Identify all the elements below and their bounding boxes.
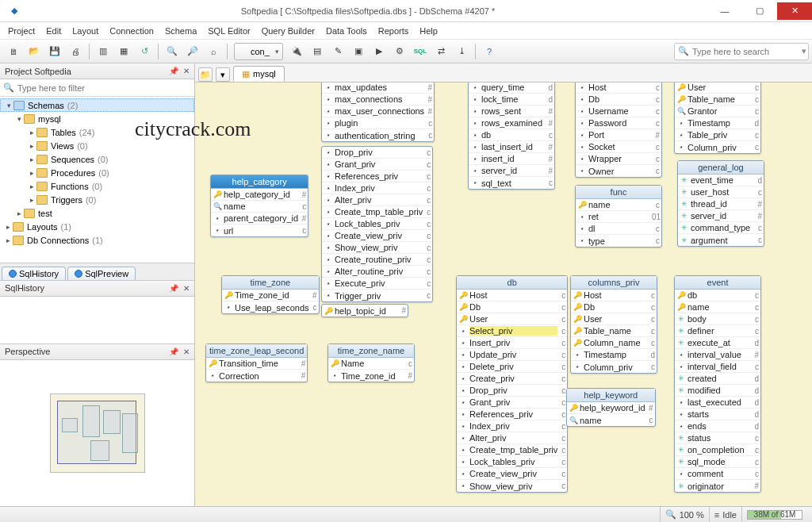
menu-connection[interactable]: Connection <box>109 26 154 36</box>
menu-reports[interactable]: Reports <box>378 26 409 36</box>
table-column[interactable]: ﹡ Grant_priv c <box>322 159 432 171</box>
table-column[interactable]: ﹡ Wrapper c <box>576 153 661 165</box>
table-column[interactable]: ﹡ Index_priv c <box>457 420 567 432</box>
table-column[interactable]: 🔑 Table_name c <box>571 325 657 337</box>
table-column[interactable]: ﹡ sql_text c <box>469 177 554 189</box>
table-column[interactable]: ﹡ Db c <box>576 94 661 106</box>
table-column[interactable]: 🔑 Table_name c <box>675 94 760 106</box>
table-column[interactable]: 🔑 Name c <box>328 358 414 370</box>
tree-item-sequences[interactable]: ▸ Sequences (0) <box>0 152 194 166</box>
tree-item-db-connections[interactable]: ▸ Db Connections (1) <box>0 233 194 247</box>
table-column[interactable]: ﹡ Timestamp d <box>675 117 760 129</box>
tree-filter-input[interactable] <box>17 83 191 93</box>
minimap[interactable] <box>50 393 145 473</box>
edit-icon[interactable]: ✎ <box>328 43 347 60</box>
table-header[interactable]: columns_priv <box>571 276 657 290</box>
table-column[interactable]: ﹡ Socket c <box>576 141 661 153</box>
table-column[interactable]: ﹡ Show_view_priv c <box>457 480 567 492</box>
table-partial_privs[interactable]: ﹡ Drop_priv c ﹡ Grant_priv c ﹡ Reference… <box>321 146 433 302</box>
table-column[interactable]: ﹡ authentication_string c <box>322 129 434 141</box>
table-column[interactable]: ﹡ Password c <box>576 117 661 129</box>
table-column[interactable]: ✳ modified d <box>675 385 760 397</box>
table-column[interactable]: ﹡ Execute_priv c <box>322 278 432 290</box>
table-column[interactable]: ✳ server_id # <box>678 210 764 222</box>
menu-help[interactable]: Help <box>419 26 438 36</box>
table-column[interactable]: ✳ status c <box>675 432 760 444</box>
table-time_zone_name[interactable]: time_zone_name 🔑 Name c ﹡ Time_zone_id # <box>327 344 415 382</box>
table-column[interactable]: ﹡ server_id # <box>469 165 554 177</box>
table-column[interactable]: ﹡ comment c <box>675 468 760 480</box>
tree-item-tables[interactable]: ▸ Tables (24) <box>0 125 194 139</box>
connection-combo[interactable]: con_ <box>234 43 283 60</box>
tab-mysql[interactable]: ▦ mysql <box>233 66 285 82</box>
table-column[interactable]: 🔍 name c <box>211 201 308 213</box>
table-partial_top4[interactable]: 🔑 User c 🔑 Table_name c 🔍 Grantor c ﹡ Ti… <box>674 83 761 154</box>
query-icon[interactable]: ⚙ <box>390 43 409 60</box>
export-icon[interactable]: ⤓ <box>452 43 471 60</box>
table-column[interactable]: ﹡ Create_priv c <box>457 373 567 385</box>
table-header[interactable]: help_keyword <box>567 389 655 402</box>
tab-sqlhistory[interactable]: SqlHistory <box>2 267 66 280</box>
script-icon[interactable]: ▣ <box>349 43 368 60</box>
run-icon[interactable]: ▶ <box>370 43 389 60</box>
table-column[interactable]: ﹡ starts d <box>675 409 760 420</box>
project-tree[interactable]: ▾ Schemas (2)▾ mysql ▸ Tables (24)▸ View… <box>0 97 194 263</box>
table-columns_priv[interactable]: columns_priv 🔑 Host c 🔑 Db c 🔑 User c 🔑 … <box>570 275 657 374</box>
panel-close-icon[interactable]: ✕ <box>183 347 190 356</box>
tree-item-layouts[interactable]: ▸ Layouts (1) <box>0 220 194 233</box>
table-column[interactable]: ﹡ max_updates # <box>322 83 434 94</box>
zoom-out-icon[interactable]: 🔎 <box>183 43 202 60</box>
table-column[interactable]: ✳ on_completion c <box>675 444 760 456</box>
zoom-segment[interactable]: 🔍100 % <box>660 507 709 522</box>
sql-icon[interactable]: SQL <box>411 43 430 60</box>
table-help_category[interactable]: help_category 🔑 help_category_id # 🔍 nam… <box>210 175 308 237</box>
table-column[interactable]: 🔑 help_topic_id # <box>322 305 408 317</box>
tree-item-test[interactable]: ▸ test <box>0 206 194 220</box>
table-column[interactable]: ﹡ Port # <box>576 129 661 141</box>
menu-sql-editor[interactable]: SQL Editor <box>208 26 250 36</box>
table-column[interactable]: ✳ user_host c <box>678 186 764 198</box>
table-help_topic_frag[interactable]: 🔑 help_topic_id # <box>321 304 408 317</box>
zoom-fit-icon[interactable]: ⌕ <box>204 43 223 60</box>
table-column[interactable]: ﹡ Lock_tables_priv c <box>322 218 432 230</box>
zoom-in-icon[interactable]: 🔍 <box>163 43 182 60</box>
table-column[interactable]: ﹡ Create_view_priv c <box>457 468 567 480</box>
table-partial_top3[interactable]: ﹡ Host c ﹡ Db c ﹡ Username c ﹡ Password … <box>575 83 662 178</box>
table-column[interactable]: ﹡ Lock_tables_priv c <box>457 456 567 468</box>
table-column[interactable]: ✳ argument c <box>678 234 764 246</box>
menu-data-tools[interactable]: Data Tools <box>326 26 367 36</box>
table-column[interactable]: ﹡ Select_priv c <box>457 325 567 337</box>
table-column[interactable]: ﹡ Host c <box>576 83 661 94</box>
tree-filter[interactable]: 🔍 <box>0 79 194 97</box>
table-column[interactable]: ﹡ Column_priv c <box>571 361 657 373</box>
menu-query-builder[interactable]: Query Builder <box>262 26 315 36</box>
toolbar-search[interactable]: 🔍 ▾ <box>674 43 809 60</box>
table-column[interactable]: ﹡ References_priv c <box>457 409 567 420</box>
table-column[interactable]: ﹡ Correction # <box>206 370 307 382</box>
table-column[interactable]: ﹡ plugin c <box>322 117 434 129</box>
table-time_zone[interactable]: time_zone 🔑 Time_zone_id # ﹡ Use_leap_se… <box>221 275 320 314</box>
table-column[interactable]: ﹡ Grant_priv c <box>457 397 567 409</box>
dropdown-icon[interactable]: ▾ <box>802 46 806 56</box>
table-column[interactable]: ﹡ Column_priv c <box>675 141 760 153</box>
table-column[interactable]: ﹡ last_executed d <box>675 397 760 409</box>
table-column[interactable]: ﹡ max_connections # <box>322 94 434 106</box>
table-column[interactable]: 🔑 Db c <box>571 301 657 313</box>
table-column[interactable]: ﹡ Alter_priv c <box>457 432 567 444</box>
table-column[interactable]: 🔑 Db c <box>457 301 567 313</box>
pin-icon[interactable]: 📌 <box>169 347 178 356</box>
table-column[interactable]: 🔑 name c <box>576 199 661 211</box>
table-partial_top1[interactable]: ﹡ max_updates # ﹡ max_connections # ﹡ ma… <box>321 83 435 142</box>
save-icon[interactable]: 💾 <box>45 43 64 60</box>
table-column[interactable]: ﹡ ret 01 <box>576 211 661 223</box>
table-header[interactable]: db <box>457 276 567 290</box>
table-column[interactable]: ﹡ Trigger_priv c <box>322 290 432 301</box>
folder-nav-icon[interactable]: 📁 <box>198 67 213 82</box>
table-db[interactable]: db 🔑 Host c 🔑 Db c 🔑 User c ﹡ Select_pri… <box>456 275 568 493</box>
table-column[interactable]: ﹡ dl c <box>576 223 661 235</box>
table-column[interactable]: ✳ sql_mode c <box>675 456 760 468</box>
table-column[interactable]: ﹡ interval_field c <box>675 361 760 373</box>
panel-close-icon[interactable]: ✕ <box>183 67 190 75</box>
table-func[interactable]: func 🔑 name c ﹡ ret 01 ﹡ dl c ﹡ type c <box>575 185 662 248</box>
table-column[interactable]: ﹡ Time_zone_id # <box>328 370 414 382</box>
